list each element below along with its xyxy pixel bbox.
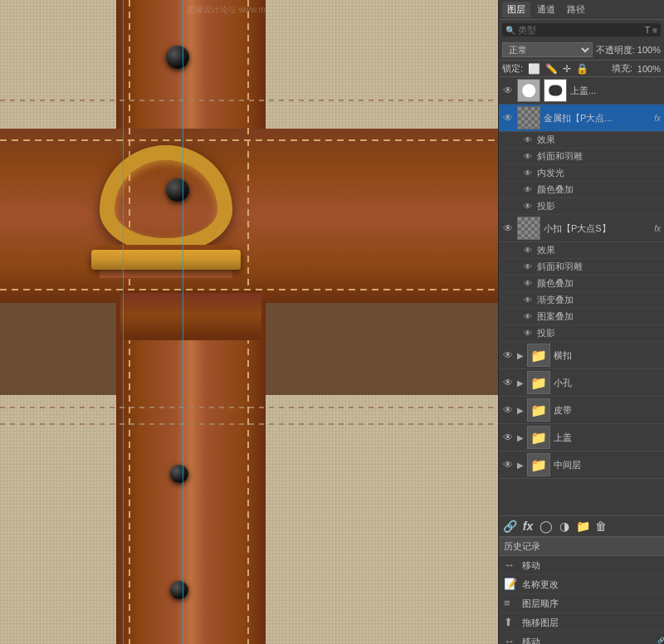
history-label: 移动 [522,636,540,645]
eye-icon[interactable]: 👁 [502,459,514,471]
layer-name: 金属扣【P大点... [544,112,651,124]
expand-arrow[interactable]: ▶ [517,461,524,470]
delete-icon[interactable]: 🗑 [593,519,608,534]
filter-icon: T [645,26,650,35]
eye-icon[interactable]: 👁 [522,184,534,196]
effect-label: 投影 [537,327,555,339]
lock-position-icon[interactable]: ✛ [563,63,571,75]
fill-label: 填充: [612,62,632,75]
expand-arrow[interactable]: ▶ [517,378,524,388]
eye-icon[interactable]: 👁 [522,311,534,323]
effect-header: 👁 效果 [499,132,664,149]
lock-image-icon[interactable]: ✏️ [545,63,558,75]
history-label: 名称更改 [522,578,559,591]
watermark: 思缘设计论坛 www.missyuan.com [187,4,312,16]
eye-icon[interactable]: 👁 [502,222,514,234]
history-label: 图层顺序 [522,598,559,610]
effect-label: 投影 [537,200,555,212]
lock-all-icon[interactable]: 🔒 [576,63,588,75]
eye-icon[interactable]: 👁 [502,404,514,416]
effect-bevel: 👁 斜面和羽雕 [499,149,664,165]
layers-list[interactable]: 👁 🔗 上盖... 👁 金属扣【P大点... fx 👁 效果 👁 斜面和羽雕 [499,77,664,515]
link-icon[interactable]: 🔗 [502,519,517,534]
history-item-order[interactable]: ≡ 图层顺序 [499,594,664,613]
fx-icon[interactable]: fx [520,519,535,534]
layer-item-xiao-kou[interactable]: 👁 小扣【P大点S】 fx [499,215,664,242]
tab-layers[interactable]: 图层 [502,2,530,17]
blend-mode-select[interactable]: 正常 [502,42,593,57]
tab-channels[interactable]: 通道 [532,2,560,17]
tab-paths[interactable]: 路径 [562,2,590,17]
eye-icon[interactable]: 👁 [522,201,534,212]
eye-icon[interactable]: 👁 [522,328,534,339]
eye-icon[interactable]: 👁 [522,295,534,306]
layer-name: 上盖 [554,432,661,444]
layer-toolbar: 🔗 fx ◯ ◑ 📁 🗑 [499,515,664,536]
layer-item-jinshu-kou[interactable]: 👁 金属扣【P大点... fx [499,105,664,132]
effect-color-2: 👁 颜色叠加 [499,276,664,292]
canvas: 思缘设计论坛 www.missyuan.com [0,0,498,644]
buckle-bar [91,250,241,270]
eye-icon[interactable]: 👁 [522,278,534,290]
eye-icon[interactable]: 👁 [502,349,514,361]
layer-name: 小扣【P大点S】 [544,222,651,235]
eye-icon[interactable]: 👁 [522,151,534,163]
eye-icon[interactable]: 👁 [522,134,534,146]
layer-thumbnail [517,106,540,129]
effect-drop-shadow: 👁 投影 [499,198,664,215]
buckle [83,145,249,278]
history-item-drag[interactable]: ⬆ 拖移图层 [499,613,664,632]
layer-item-shang-gai-group[interactable]: 👁 ▶ 📁 上盖 [499,424,664,451]
layer-item-pi-dai[interactable]: 👁 ▶ 📁 皮带 [499,397,664,424]
layer-item-zhong-jian-ceng[interactable]: 👁 ▶ 📁 中间层 [499,451,664,479]
fabric-stitch-bottom-2 [0,423,498,425]
layer-name: 中间层 [554,459,661,471]
effect-label: 图案叠加 [537,310,574,323]
move-icon: ↔ [504,559,517,572]
adjustment-icon[interactable]: ◑ [557,519,572,534]
stitch-top [0,139,498,141]
effect-header-2: 👁 效果 [499,242,664,259]
lock-transparent-icon[interactable]: ⬜ [528,63,540,75]
eye-icon[interactable]: 👁 [502,85,514,96]
layer-item-shang-gai-top[interactable]: 👁 🔗 上盖... [499,77,664,105]
expand-arrow[interactable]: ▶ [517,433,524,442]
eye-icon[interactable]: 👁 [502,432,514,443]
fill-value[interactable]: 100% [637,64,661,74]
panel-tabs: 图层 通道 路径 [499,0,664,20]
search-bar[interactable]: 🔍 T ≡ [502,23,661,37]
eye-icon[interactable]: 👁 [502,377,514,388]
layer-thumbnail [517,217,540,240]
belt-loop [120,290,261,340]
fabric-stitch-bottom-1 [0,407,498,408]
eye-icon[interactable]: 👁 [502,112,514,124]
eye-icon[interactable]: 👁 [522,261,534,273]
expand-arrow[interactable]: ▶ [517,406,524,415]
layer-name: 小孔 [554,377,661,389]
guide-line-2 [183,0,183,644]
layer-thumbnail: 📁 [527,426,550,449]
eye-icon[interactable]: 👁 [522,245,534,256]
effect-shadow-2: 👁 投影 [499,325,664,342]
rivet-4 [170,581,188,599]
eye-icon[interactable]: 👁 [522,168,534,179]
search-input[interactable] [518,25,642,35]
opacity-value[interactable]: 100% [637,45,661,55]
mask-icon[interactable]: ◯ [539,519,554,534]
folder-icon[interactable]: 📁 [575,519,590,534]
rename-icon: 📝 [504,578,517,591]
history-item-rename[interactable]: 📝 名称更改 [499,575,664,594]
options-icon: ≡ [652,26,657,35]
layer-item-heng-kou[interactable]: 👁 ▶ 📁 横扣 [499,342,664,369]
layer-item-xiao-kong[interactable]: 👁 ▶ 📁 小孔 [499,369,664,397]
order-icon: ≡ [504,597,517,610]
layer-mask-thumbnail [544,79,567,102]
history-item-move-1[interactable]: ↔ 移动 [499,556,664,575]
rivet-3 [170,465,188,483]
history-item-move-2[interactable]: ↔ 移动 [499,632,664,644]
opacity-label: 不透明度: [596,44,635,56]
effect-label: 渐变叠加 [537,294,574,306]
fx-badge: fx [654,114,661,123]
expand-arrow[interactable]: ▶ [517,351,524,360]
right-panel: 图层 通道 路径 🔍 T ≡ 正常 不透明度: 100% 锁定: ⬜ ✏️ ✛ … [498,0,664,644]
